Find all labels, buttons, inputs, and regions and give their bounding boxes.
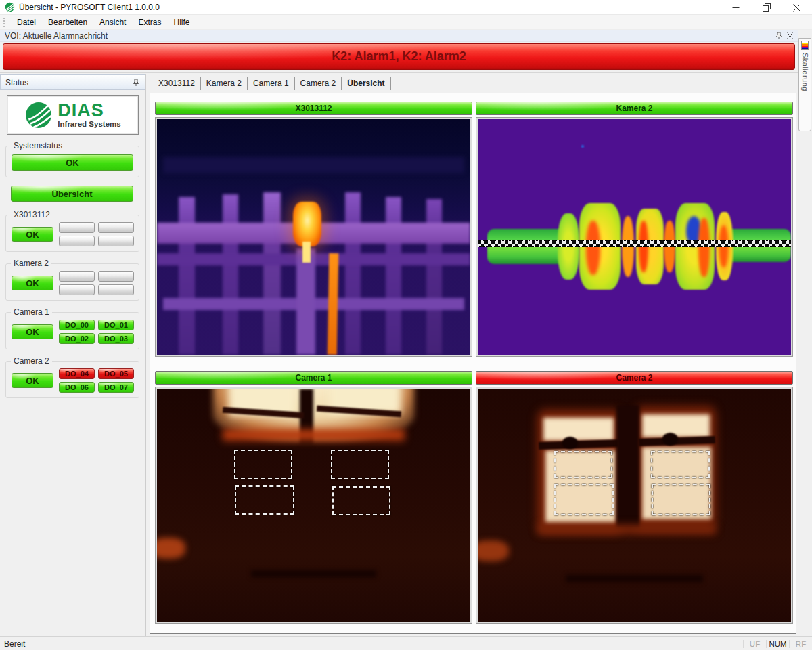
minimize-button[interactable]: [721, 0, 751, 15]
camera2-ok-button[interactable]: OK: [12, 373, 53, 388]
alarm-close-button[interactable]: [784, 31, 795, 41]
title-bar: Übersicht - PYROSOFT Client1 1.0.0.0: [0, 0, 812, 15]
do-button[interactable]: DO_06: [59, 382, 95, 393]
brand-name: DIAS: [58, 102, 120, 120]
status-pin-button[interactable]: [131, 78, 141, 87]
menu-bar: Datei Bearbeiten Ansicht Extras Hilfe: [0, 15, 812, 30]
tab-x3013112[interactable]: X3013112: [153, 77, 201, 90]
minimize-icon: [732, 4, 740, 12]
output-button[interactable]: [59, 284, 95, 295]
camera-title: Camera 2: [616, 373, 652, 383]
restore-button[interactable]: [751, 0, 782, 15]
roi-box[interactable]: [554, 451, 613, 479]
menu-extras[interactable]: Extras: [132, 16, 167, 29]
uebersicht-button[interactable]: Übersicht: [11, 186, 133, 202]
alarm-dock-header: VOI: Aktuelle Alarmnachricht: [0, 30, 798, 42]
hotspot: [293, 202, 321, 246]
group-label: Camera 2: [11, 356, 52, 366]
menu-bearbeiten[interactable]: Bearbeiten: [42, 16, 93, 29]
brand-subtitle: Infrared Systems: [58, 121, 120, 129]
indicator-uf: UF: [743, 640, 766, 648]
dias-swirl-icon: [5, 2, 15, 12]
output-button[interactable]: [59, 236, 95, 246]
x3013112-ok-button[interactable]: OK: [12, 227, 53, 242]
menu-hilfe[interactable]: Hilfe: [168, 16, 196, 29]
do-button[interactable]: DO_03: [98, 333, 134, 344]
skalierung-label: Skalierung: [801, 53, 809, 91]
close-button[interactable]: [782, 0, 812, 15]
menu-datei[interactable]: Datei: [11, 16, 42, 29]
pin-button[interactable]: [773, 31, 784, 41]
tab-camera2[interactable]: Camera 2: [295, 77, 342, 90]
toolbar-grip[interactable]: [3, 18, 5, 27]
camera-view-camera1: Camera 1: [155, 371, 472, 624]
status-panel-caption: Status: [0, 74, 145, 90]
roi-box[interactable]: [234, 450, 292, 479]
status-ready: Bereit: [0, 639, 25, 649]
output-button[interactable]: [98, 284, 134, 295]
close-icon: [787, 32, 793, 39]
output-button[interactable]: [98, 236, 134, 246]
camera-title-bar: Kamera 2: [476, 102, 793, 115]
roi-box[interactable]: [332, 486, 390, 515]
output-button[interactable]: [59, 271, 95, 282]
do-button[interactable]: DO_01: [98, 320, 134, 330]
do-button-alarm[interactable]: DO_05: [98, 368, 134, 379]
window-title: Übersicht - PYROSOFT Client1 1.0.0.0: [19, 3, 160, 12]
pin-icon: [132, 79, 140, 87]
alarm-banner: K2: Alarm1, K2: Alarm2: [3, 43, 795, 70]
status-bar: Bereit UF NUM RF: [0, 636, 812, 650]
group-camera2: Camera 2 OK DO_04 DO_05 DO_06 DO_07: [5, 361, 139, 398]
pin-icon: [775, 32, 783, 40]
do-button-alarm[interactable]: DO_04: [59, 368, 95, 379]
do-button[interactable]: DO_00: [59, 320, 95, 330]
camera-view-camera2: Camera 2: [476, 371, 793, 624]
tab-kamera2[interactable]: Kamera 2: [201, 77, 248, 90]
camera-title: X3013112: [295, 104, 332, 113]
roi-box[interactable]: [651, 451, 710, 479]
status-panel-title: Status: [5, 78, 28, 87]
output-button[interactable]: [98, 271, 134, 282]
group-systemstatus: Systemstatus OK: [5, 146, 139, 177]
roi-box[interactable]: [554, 484, 614, 515]
tab-skalierung[interactable]: Skalierung: [798, 38, 811, 131]
alarm-message: K2: Alarm1, K2: Alarm2: [332, 49, 466, 64]
thermal-image-kamera2: [478, 119, 791, 355]
menu-ansicht[interactable]: Ansicht: [93, 16, 132, 29]
tab-camera1[interactable]: Camera 1: [248, 77, 295, 90]
thermal-image-camera1: [157, 389, 470, 622]
group-kamera2: Kamera 2 OK: [5, 263, 139, 301]
alarm-dock: VOI: Aktuelle Alarmnachricht K2: Alarm1,…: [0, 30, 798, 73]
main-area: X3013112 Kamera 2 Camera 1 Camera 2 Über…: [149, 74, 797, 636]
restore-icon: [763, 3, 771, 12]
do-button[interactable]: DO_07: [98, 382, 134, 393]
output-button[interactable]: [59, 222, 95, 233]
tab-strip: X3013112 Kamera 2 Camera 1 Camera 2 Über…: [149, 74, 797, 92]
kamera2-ok-button[interactable]: OK: [12, 276, 53, 290]
camera1-ok-button[interactable]: OK: [12, 324, 53, 339]
camera-title-bar-alarm: Camera 2: [476, 371, 793, 385]
camera-title: Camera 1: [295, 373, 332, 383]
roi-box[interactable]: [331, 450, 389, 479]
group-x3013112: X3013112 OK: [5, 215, 139, 252]
group-label: Systemstatus: [11, 141, 65, 150]
measure-line[interactable]: [478, 240, 791, 247]
camera-title-bar: X3013112: [155, 102, 472, 115]
group-label: Camera 1: [11, 307, 52, 317]
dias-swirl-icon: [24, 101, 53, 129]
camera-title: Kamera 2: [616, 104, 652, 113]
palette-icon: [801, 41, 809, 50]
roi-box[interactable]: [235, 485, 294, 515]
group-label: Kamera 2: [11, 259, 51, 268]
output-button[interactable]: [98, 222, 134, 233]
camera-view-kamera2: Kamera 2: [476, 102, 793, 357]
systemstatus-ok-button[interactable]: OK: [12, 154, 133, 171]
app-window: Übersicht - PYROSOFT Client1 1.0.0.0 Dat…: [0, 0, 812, 650]
close-icon: [793, 4, 800, 12]
roi-box[interactable]: [652, 484, 710, 515]
do-button[interactable]: DO_02: [59, 333, 95, 344]
group-camera1: Camera 1 OK DO_00 DO_01 DO_02 DO_03: [5, 312, 139, 349]
tab-uebersicht[interactable]: Übersicht: [342, 77, 390, 90]
status-panel: Status DIAS Infrared Systems Systemstatu…: [0, 74, 146, 636]
thermal-image-x3013112: [157, 119, 470, 355]
